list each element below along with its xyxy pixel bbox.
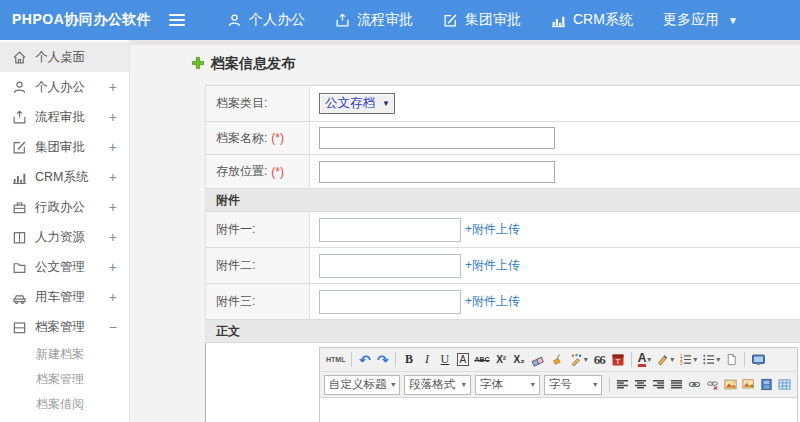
underline-icon[interactable]: U xyxy=(436,350,453,369)
storage-location-input[interactable] xyxy=(319,161,555,183)
table-icon[interactable] xyxy=(776,375,793,394)
nav-label: 个人办公 xyxy=(249,11,305,29)
person-icon xyxy=(227,13,242,28)
expand-plus-icon[interactable]: + xyxy=(109,289,117,305)
editor-content-area[interactable] xyxy=(320,398,797,422)
image-icon[interactable] xyxy=(722,375,739,394)
field-label: 档案名称:(*) xyxy=(206,122,310,154)
svg-text:T: T xyxy=(615,357,620,366)
nav-workflow-approval[interactable]: 流程审批 xyxy=(320,0,428,40)
sidebar-item-archive-management[interactable]: 档案管理 − xyxy=(0,312,129,342)
fullscreen-icon[interactable] xyxy=(749,350,768,369)
superscript-icon[interactable]: X² xyxy=(493,350,510,369)
page-title-text: 档案信息发布 xyxy=(211,55,295,73)
format-brush-icon[interactable] xyxy=(548,350,566,369)
insert-date-icon[interactable]: T xyxy=(609,350,627,369)
expand-plus-icon[interactable]: + xyxy=(109,139,117,155)
archive-name-input[interactable] xyxy=(319,127,555,149)
expand-plus-icon[interactable]: + xyxy=(109,169,117,185)
highlight-pen-icon[interactable]: ▾ xyxy=(654,350,676,369)
paragraph-format-select[interactable]: 段落格式▾ xyxy=(404,375,471,395)
sidebar-item-group-approval[interactable]: 集团审批 + xyxy=(0,132,129,162)
sidebar-item-workflow-approval[interactable]: 流程审批 + xyxy=(0,102,129,132)
attachment-3-upload-link[interactable]: +附件上传 xyxy=(465,293,520,310)
sidebar-item-personal-office[interactable]: 个人办公 + xyxy=(0,72,129,102)
subscript-icon[interactable]: X₂ xyxy=(511,350,528,369)
caret-down-icon: ▾ xyxy=(693,355,697,364)
nav-label: CRM系统 xyxy=(573,11,633,29)
attachment-1-upload-link[interactable]: +附件上传 xyxy=(465,221,520,238)
top-header: PHPOA协同办公软件 个人办公 流程审批 集团审批 CRM系统 更多应用 ▼ xyxy=(0,0,800,40)
editor-toolbar-row2: 自定义标题▾ 段落格式▾ 字体▾ 字号▾ xyxy=(320,372,797,398)
attachment-2-input[interactable] xyxy=(319,254,461,278)
undo-icon[interactable]: ↶ xyxy=(356,350,373,369)
redo-icon[interactable]: ↷ xyxy=(374,350,391,369)
sidebar-item-label: 个人桌面 xyxy=(35,49,117,66)
sidebar-item-administration[interactable]: 行政办公 + xyxy=(0,192,129,222)
html-source-icon[interactable]: HTML xyxy=(324,350,347,369)
bar-chart-icon xyxy=(12,170,27,185)
media-icon[interactable] xyxy=(758,375,775,394)
align-justify-icon[interactable] xyxy=(668,375,685,394)
field-label: 附件二: xyxy=(206,248,310,283)
sidebar-item-human-resources[interactable]: 人力资源 + xyxy=(0,222,129,252)
body-section-header: 正文 xyxy=(205,320,800,343)
align-center-icon[interactable] xyxy=(632,375,649,394)
expand-plus-icon[interactable]: + xyxy=(109,199,117,215)
form-row-attachment-1: 附件一: +附件上传 xyxy=(205,212,800,248)
sidebar-item-label: CRM系统 xyxy=(35,169,109,186)
sidebar-item-personal-desktop[interactable]: 个人桌面 xyxy=(0,42,129,72)
nav-group-approval[interactable]: 集团审批 xyxy=(428,0,536,40)
expand-plus-icon[interactable]: + xyxy=(109,109,117,125)
align-right-icon[interactable] xyxy=(650,375,667,394)
custom-heading-select[interactable]: 自定义标题▾ xyxy=(324,375,400,395)
ordered-list-icon[interactable]: 123▾ xyxy=(677,350,699,369)
sidebar-item-crm-system[interactable]: CRM系统 + xyxy=(0,162,129,192)
attachment-1-input[interactable] xyxy=(319,218,461,242)
expand-plus-icon[interactable]: + xyxy=(109,229,117,245)
attachment-3-input[interactable] xyxy=(319,290,461,314)
category-select[interactable]: 公文存档 ▼ xyxy=(319,93,395,114)
archive-form: 档案类目: 公文存档 ▼ 档案名称:(*) 存放位置:(*) xyxy=(205,85,800,422)
sidebar-subitem-archive-management[interactable]: 档案管理 xyxy=(0,367,129,392)
book-icon xyxy=(12,230,27,245)
document-icon xyxy=(12,260,27,275)
edit-square-icon xyxy=(443,13,458,28)
app-logo: PHPOA协同办公软件 xyxy=(0,11,162,29)
sidebar-subitem-new-archive[interactable]: 新建档案 xyxy=(0,342,129,367)
font-family-select[interactable]: 字体▾ xyxy=(475,375,540,395)
eraser-icon[interactable] xyxy=(529,350,547,369)
italic-icon[interactable]: I xyxy=(418,350,435,369)
sidebar-subitem-archive-borrow[interactable]: 档案借阅 xyxy=(0,392,129,417)
sidebar: 个人桌面 个人办公 + 流程审批 + 集团审批 + CRM系统 + 行政办公 +… xyxy=(0,40,130,422)
main-content: 档案信息发布 档案类目: 公文存档 ▼ 档案名称:(*) 存放位置:(*) xyxy=(131,40,800,422)
image-upload-icon[interactable] xyxy=(740,375,757,394)
align-left-icon[interactable] xyxy=(614,375,631,394)
sidebar-item-label: 用车管理 xyxy=(35,289,109,306)
new-document-icon[interactable] xyxy=(723,350,740,369)
unlink-icon[interactable] xyxy=(704,375,721,394)
expand-plus-icon[interactable]: + xyxy=(109,79,117,95)
collapse-minus-icon[interactable]: − xyxy=(109,319,117,335)
color-pen-icon[interactable]: ▾ xyxy=(567,350,590,369)
sidebar-item-label: 人力资源 xyxy=(35,229,109,246)
hamburger-menu-icon[interactable] xyxy=(162,14,192,26)
nav-crm-system[interactable]: CRM系统 xyxy=(536,0,648,40)
person-icon xyxy=(12,80,27,95)
link-icon[interactable] xyxy=(686,375,703,394)
bold-icon[interactable]: B xyxy=(400,350,417,369)
form-row-attachment-3: 附件三: +附件上传 xyxy=(205,284,800,320)
font-color-icon[interactable]: A xyxy=(638,352,647,367)
expand-plus-icon[interactable]: + xyxy=(109,259,117,275)
attachment-2-upload-link[interactable]: +附件上传 xyxy=(465,257,520,274)
nav-personal-office[interactable]: 个人办公 xyxy=(212,0,320,40)
sidebar-item-document-management[interactable]: 公文管理 + xyxy=(0,252,129,282)
sidebar-item-vehicle-management[interactable]: 用车管理 + xyxy=(0,282,129,312)
nav-more-apps[interactable]: 更多应用 ▼ xyxy=(648,0,753,40)
font-border-icon[interactable]: A xyxy=(457,353,470,366)
strikethrough-icon[interactable]: ABC xyxy=(472,350,491,369)
font-size-select[interactable]: 字号▾ xyxy=(544,375,602,395)
blockquote-icon[interactable]: 66 xyxy=(591,350,608,369)
unordered-list-icon[interactable]: ▾ xyxy=(700,350,722,369)
form-row-location: 存放位置:(*) xyxy=(205,155,800,189)
